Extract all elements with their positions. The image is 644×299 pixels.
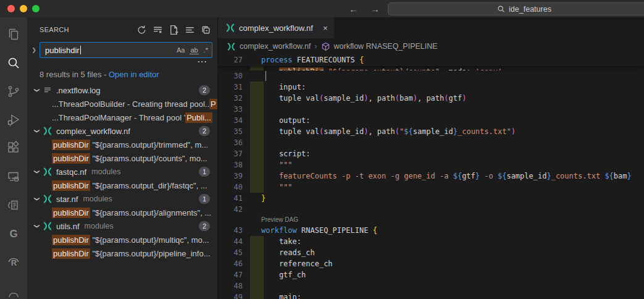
refresh-icon[interactable] bbox=[136, 25, 147, 35]
search-result-match-row[interactable]: publishDir "${params.output}/trimmed", m… bbox=[27, 138, 217, 151]
code-line[interactable]: 37 script: bbox=[218, 148, 644, 159]
code-line[interactable]: 35 tuple val(sample_id), path("${sample_… bbox=[218, 126, 644, 137]
forward-button[interactable]: → bbox=[370, 4, 380, 14]
search-result-file-row[interactable]: ❯complex_workflow.nf2 bbox=[27, 124, 217, 138]
run-debug-icon[interactable] bbox=[6, 112, 21, 127]
search-result-file-row[interactable]: ❯utils.nfmodules2 bbox=[27, 219, 217, 233]
match-case-toggle[interactable]: Aa bbox=[176, 46, 185, 54]
minimize-window-button[interactable] bbox=[20, 5, 27, 12]
code-line[interactable]: 27process FEATURECOUNTS { bbox=[218, 54, 644, 65]
search-result-match-row[interactable]: ...ThreadPoolManager - Thread pool 'Publ… bbox=[27, 111, 217, 124]
search-icon[interactable] bbox=[6, 56, 21, 70]
search-result-file-row[interactable]: ❯.nextflow.log2 bbox=[27, 83, 217, 97]
code-line[interactable]: 48 bbox=[218, 280, 644, 292]
log-file-icon bbox=[43, 85, 52, 95]
search-result-match-row[interactable]: publishDir "${params.output}/counts", mo… bbox=[27, 151, 217, 165]
line-number: 37 bbox=[218, 148, 243, 159]
codelens-preview-dag[interactable]: Preview DAG bbox=[218, 215, 644, 225]
close-window-button[interactable] bbox=[7, 5, 15, 12]
code-line[interactable]: 47 gtf_ch bbox=[218, 269, 644, 280]
code-line[interactable]: 34 output: bbox=[218, 115, 644, 126]
code-line[interactable]: 31 input: bbox=[218, 82, 644, 93]
new-search-editor-icon[interactable] bbox=[169, 25, 179, 35]
search-result-match-row[interactable]: publishDir "${params.output}/alignments"… bbox=[27, 206, 217, 219]
explorer-icon[interactable] bbox=[6, 27, 21, 42]
tab-label: complex_workflow.nf bbox=[239, 23, 313, 33]
extensions-icon[interactable] bbox=[6, 141, 21, 156]
scope-highlight bbox=[250, 159, 264, 171]
code-line[interactable]: 45 reads_ch bbox=[218, 247, 644, 258]
remote-explorer-icon[interactable] bbox=[6, 169, 21, 184]
clipped-icon[interactable] bbox=[6, 283, 21, 298]
nextflow-icon bbox=[43, 126, 52, 136]
search-result-match-row[interactable]: publishDir "${params.output_dir}/fastqc"… bbox=[27, 179, 217, 192]
code-line[interactable]: 33 bbox=[218, 104, 644, 115]
breadcrumb-file[interactable]: complex_workflow.nf bbox=[240, 42, 311, 51]
line-number bbox=[218, 66, 243, 70]
search-input[interactable]: publishdir Aa ab .* bbox=[40, 42, 212, 58]
tab-complex-workflow[interactable]: complex_workflow.nf × bbox=[218, 17, 334, 38]
svg-text:G: G bbox=[9, 228, 17, 240]
scope-highlight bbox=[250, 171, 264, 182]
clear-results-icon[interactable] bbox=[153, 25, 163, 35]
code-line[interactable]: 43workflow RNASEQ_PIPELINE { bbox=[218, 225, 644, 236]
code-line[interactable]: 42 bbox=[218, 204, 644, 215]
breadcrumb-symbol[interactable]: workflow RNASEQ_PIPELINE bbox=[334, 42, 438, 51]
code-line[interactable]: 44 take: bbox=[218, 236, 644, 247]
g-logo-icon[interactable]: G bbox=[6, 226, 21, 241]
search-result-file-row[interactable]: ❯fastqc.nfmodules1 bbox=[27, 165, 217, 179]
code-line[interactable]: 30 bbox=[218, 70, 644, 82]
whole-word-toggle[interactable]: ab bbox=[190, 46, 198, 54]
search-result-file-row[interactable]: ❯star.nfmodules1 bbox=[27, 192, 217, 206]
open-in-editor-link[interactable]: Open in editor bbox=[109, 70, 159, 79]
r-logo-icon[interactable]: R bbox=[6, 255, 21, 269]
document-arrow-icon[interactable] bbox=[6, 198, 21, 213]
back-button[interactable]: ← bbox=[349, 4, 358, 14]
line-number: 48 bbox=[218, 280, 243, 292]
scope-highlight bbox=[250, 292, 264, 299]
source-control-icon[interactable] bbox=[6, 84, 21, 99]
result-count-badge: 1 bbox=[199, 194, 210, 204]
close-icon[interactable]: × bbox=[323, 24, 328, 32]
chevron-down-icon: ❯ bbox=[34, 168, 40, 175]
scope-highlight bbox=[250, 104, 264, 115]
line-number: 43 bbox=[218, 225, 243, 236]
code-line[interactable]: publishDir "${params.output}/counts", mo… bbox=[218, 66, 644, 70]
code-line[interactable]: 38 """ bbox=[218, 159, 644, 171]
regex-toggle[interactable]: .* bbox=[203, 46, 209, 54]
code-line[interactable]: 39 featureCounts -p -t exon -g gene_id -… bbox=[218, 171, 644, 182]
code-line[interactable]: 32 tuple val(sample_id), path(bam), path… bbox=[218, 93, 644, 104]
search-result-match-row[interactable]: ...ThreadPoolBuilder - Creating thread p… bbox=[27, 97, 217, 111]
match-highlight: publishDir bbox=[52, 140, 90, 150]
clipped-line: publishDir "${params.output}/counts", mo… bbox=[218, 66, 644, 70]
nextflow-icon bbox=[227, 42, 236, 51]
collapse-all-icon[interactable] bbox=[201, 25, 211, 35]
line-number: 41 bbox=[218, 193, 243, 204]
code-line[interactable]: 40 """ bbox=[218, 182, 644, 193]
view-as-list-icon[interactable] bbox=[185, 25, 195, 35]
sticky-scroll-line[interactable]: 27process FEATURECOUNTS { bbox=[218, 54, 644, 66]
file-name: star.nf bbox=[56, 195, 78, 204]
search-result-match-row[interactable]: publishDir "${params.output}/pipeline_in… bbox=[27, 246, 217, 260]
line-number: 27 bbox=[218, 54, 243, 65]
result-count-badge: 2 bbox=[199, 85, 210, 95]
scope-highlight bbox=[250, 66, 264, 70]
file-name: complex_workflow.nf bbox=[56, 127, 130, 136]
scope-highlight bbox=[250, 247, 264, 258]
code-line[interactable]: 36 bbox=[218, 137, 644, 148]
match-highlight: publishDir bbox=[52, 153, 90, 164]
code-line[interactable]: 46 reference_ch bbox=[218, 258, 644, 269]
scope-highlight bbox=[250, 280, 264, 292]
code-line[interactable]: 41} bbox=[218, 193, 644, 204]
search-result-match-row[interactable]: publishDir "${params.output}/multiqc", m… bbox=[27, 233, 217, 246]
zoom-window-button[interactable] bbox=[32, 5, 40, 12]
code-editor[interactable]: 27process FEATURECOUNTS { publishDir "${… bbox=[218, 54, 644, 299]
match-highlight: publishDir bbox=[52, 248, 90, 259]
scope-highlight bbox=[250, 236, 264, 247]
toggle-replace-chevron-icon[interactable]: ❯ bbox=[30, 47, 38, 53]
command-center[interactable]: ide_features bbox=[388, 2, 644, 15]
toggle-search-details-button[interactable]: ··· bbox=[198, 57, 207, 66]
code-line[interactable]: 49 main: bbox=[218, 292, 644, 299]
traffic-lights bbox=[7, 5, 40, 12]
result-count-badge: 2 bbox=[199, 221, 210, 231]
